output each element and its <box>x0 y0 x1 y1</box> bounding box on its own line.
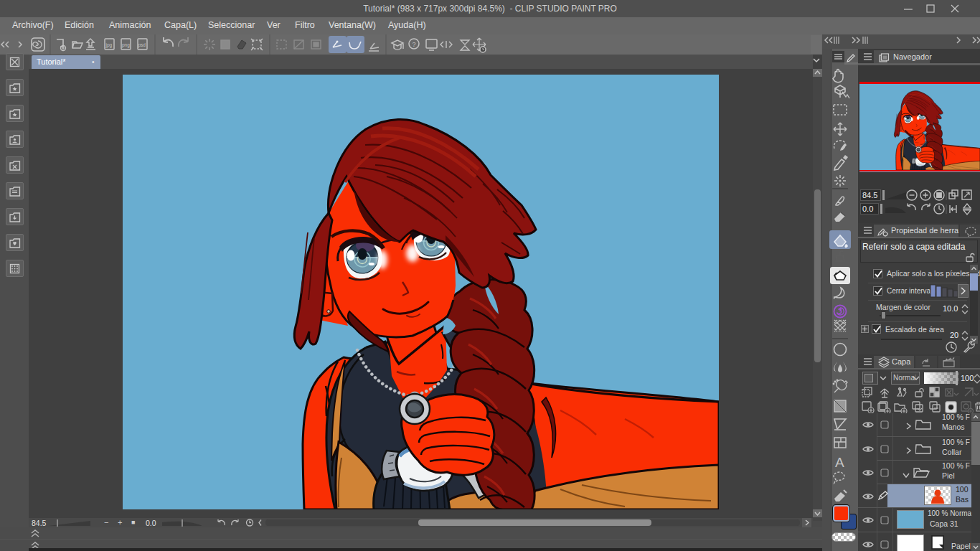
svg-text:jpg: jpg <box>105 42 113 48</box>
svg-text:A: A <box>835 455 844 470</box>
svg-text:?: ? <box>413 41 416 48</box>
svg-text:psd: psd <box>138 42 146 48</box>
svg-text:png: png <box>122 42 130 48</box>
